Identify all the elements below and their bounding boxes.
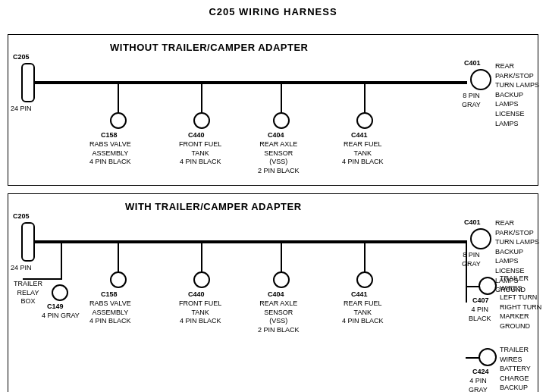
vline-right-branch	[466, 242, 467, 303]
c440-id-s2: C440	[188, 290, 205, 299]
c407-circle	[479, 277, 497, 295]
c205-rect-s1	[21, 63, 35, 102]
vline-trailer-relay	[61, 242, 62, 280]
c401-circle-s1	[470, 69, 491, 90]
c149-desc: 4 PIN GRAY	[42, 312, 80, 321]
c440-circle-s2	[193, 271, 210, 288]
c205-id-s2: C205	[13, 212, 30, 221]
c441-id-s1: C441	[351, 131, 368, 140]
c401-circle-s2	[470, 228, 491, 249]
c424-pins: 4 PINGRAY	[469, 377, 488, 392]
c441-circle-s1	[356, 112, 373, 129]
c404-circle-s1	[273, 112, 290, 129]
vline-c441-s2	[364, 242, 366, 272]
vline-c441-s1	[364, 83, 366, 113]
c158-desc-s1: RABS VALVEASSEMBLY4 PIN BLACK	[89, 140, 131, 167]
c158-circle-s1	[110, 112, 127, 129]
c401-pins-s2: 8 PIN GRAY	[462, 251, 481, 268]
diagram-area: WITHOUT TRAILER/CAMPER ADAPTER C205 24 P…	[0, 17, 546, 392]
c440-id-s1: C440	[188, 131, 205, 140]
page: C205 WIRING HARNESS WITHOUT TRAILER/CAMP…	[0, 0, 546, 392]
c407-label: TRAILER WIRESLEFT TURNRIGHT TURNMARKERGR…	[500, 274, 546, 331]
c404-desc-s1: REAR AXLESENSOR(VSS)2 PIN BLACK	[258, 140, 300, 176]
trailer-relay-label: TRAILERRELAYBOX	[14, 280, 42, 306]
c441-desc-s1: REAR FUELTANK4 PIN BLACK	[342, 140, 384, 167]
c441-circle-s2	[356, 271, 373, 288]
mainline-s1	[35, 81, 467, 84]
c205-rect-s2	[21, 222, 35, 262]
c401-label-s1: REAR PARK/STOPTURN LAMPSBACKUP LAMPSLICE…	[495, 61, 546, 128]
c441-id-s2: C441	[351, 290, 368, 299]
c401-id-s2: C401	[464, 218, 481, 227]
c407-id: C407	[472, 296, 489, 306]
vline-c404-s1	[281, 83, 282, 113]
c158-id-s1: C158	[101, 131, 118, 140]
vline-c158-s2	[118, 242, 119, 272]
vline-c440-s1	[201, 83, 202, 113]
c401-pins-s1: 8 PIN GRAY	[462, 92, 481, 109]
c404-circle-s2	[273, 271, 290, 288]
c407-pins: 4 PINBLACK	[469, 306, 491, 323]
c149-circle	[52, 284, 68, 301]
section2-label: WITH TRAILER/CAMPER ADAPTER	[125, 201, 302, 212]
c158-id-s2: C158	[101, 290, 118, 299]
c404-id-s1: C404	[268, 131, 284, 140]
c424-label: TRAILER WIRESBATTERY CHARGEBACKUPBRAKES	[500, 345, 546, 392]
c149-id: C149	[47, 303, 64, 312]
section1-label: WITHOUT TRAILER/CAMPER ADAPTER	[110, 42, 309, 53]
c424-circle	[479, 348, 497, 366]
c404-id-s2: C404	[268, 290, 284, 299]
c401-id-s1: C401	[464, 59, 481, 68]
mainline-s2	[35, 240, 467, 243]
vline-c440-s2	[201, 242, 202, 272]
vline-c404-s2	[281, 242, 282, 272]
c440-desc-s2: FRONT FUELTANK4 PIN BLACK	[179, 299, 221, 326]
c205-pins-s2: 24 PIN	[11, 264, 32, 273]
c440-circle-s1	[193, 112, 210, 129]
vline-c158-s1	[118, 83, 119, 113]
c441-desc-s2: REAR FUELTANK4 PIN BLACK	[342, 299, 384, 326]
c440-desc-s1: FRONT FUELTANK4 PIN BLACK	[179, 140, 221, 167]
c424-id: C424	[472, 368, 489, 377]
c158-circle-s2	[110, 271, 127, 288]
c404-desc-s2: REAR AXLESENSOR(VSS)2 PIN BLACK	[258, 299, 300, 335]
c205-pins-s1: 24 PIN	[11, 105, 32, 114]
c158-desc-s2: RABS VALVEASSEMBLY4 PIN BLACK	[89, 299, 131, 326]
c205-id-s1: C205	[13, 53, 30, 62]
page-title: C205 WIRING HARNESS	[0, 0, 546, 17]
